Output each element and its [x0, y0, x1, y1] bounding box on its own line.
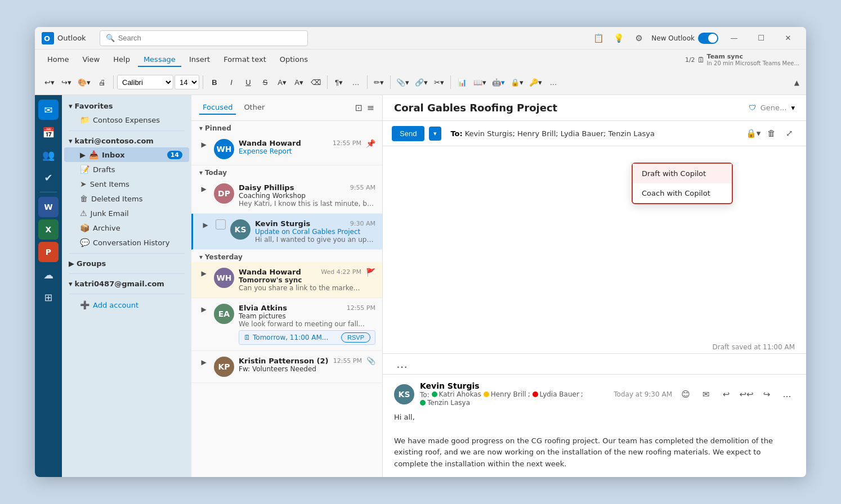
rsvp-button[interactable]: RSVP	[341, 332, 370, 343]
tab-help[interactable]: Help	[108, 53, 136, 67]
sidebar-item-inbox[interactable]: ▶ 📥 Inbox 14	[64, 147, 189, 162]
sensitivity-button[interactable]: 🔒▾	[508, 73, 526, 91]
copilot-button[interactable]: 🤖▾	[490, 73, 507, 91]
encrypt-button[interactable]: 🔑▾	[527, 73, 544, 91]
attach-button[interactable]: 📎▾	[394, 73, 411, 91]
nav-onedrive[interactable]: ☁	[38, 264, 59, 285]
send-dropdown-button[interactable]: ▾	[429, 127, 441, 141]
bulb-icon[interactable]: 💡	[611, 30, 627, 46]
nav-grid[interactable]: ⊞	[38, 287, 59, 307]
nav-word[interactable]: W	[38, 197, 59, 217]
undo-button[interactable]: ↩▾	[42, 73, 57, 91]
redo-button[interactable]: ↪▾	[59, 73, 74, 91]
expand-kristin[interactable]: ▶	[198, 357, 209, 368]
search-input[interactable]	[118, 34, 302, 42]
tab-other[interactable]: Other	[240, 101, 268, 115]
reply-button[interactable]: ↩	[718, 386, 734, 402]
tab-format-text[interactable]: Format text	[218, 53, 272, 67]
delete-draft-button[interactable]: 🗑	[763, 125, 779, 141]
sidebar-item-archive[interactable]: 📦 Archive	[64, 220, 189, 235]
email-item-wanda2[interactable]: ▶ WH Wanda Howard Wed 4:22 PM Tomorrow's…	[191, 262, 382, 298]
minimize-button[interactable]: —	[723, 30, 745, 47]
strikethrough-button[interactable]: S	[257, 73, 273, 91]
nav-excel[interactable]: X	[38, 219, 59, 240]
clipboard-icon[interactable]: 📋	[591, 30, 606, 46]
font-color-button[interactable]: A▾	[274, 73, 290, 91]
expand-elvia[interactable]: ▶	[198, 304, 209, 315]
nav-mail[interactable]: ✉	[38, 100, 59, 120]
nav-powerpoint[interactable]: P	[38, 242, 59, 262]
sidebar-item-junk[interactable]: ⚠ Junk Email	[64, 206, 189, 220]
maximize-button[interactable]: ☐	[750, 30, 772, 47]
expand-wanda2[interactable]: ▶	[198, 268, 209, 279]
sidebar-item-contoso-expenses[interactable]: 📁 Contoso Expenses	[64, 112, 189, 127]
calendar-badge-elvia: 🗓 Tomorrow, 11:00 AM... RSVP	[239, 330, 375, 345]
pop-out-button[interactable]: ⤢	[781, 125, 797, 141]
copilot-coach-item[interactable]: Coach with Copilot	[633, 183, 732, 203]
font-size-select[interactable]: 14	[175, 75, 199, 89]
paragraph-button[interactable]: ¶▾	[331, 73, 347, 91]
more-options-compose[interactable]: …	[394, 356, 410, 372]
expand-kevin[interactable]: ▶	[200, 219, 211, 231]
sidebar-item-add-account[interactable]: ➕ Add account	[64, 298, 189, 312]
expand-wanda1[interactable]: ▶	[198, 139, 209, 150]
more-options-button[interactable]: …	[545, 73, 561, 91]
send-button[interactable]: Send	[392, 126, 424, 141]
email-item-kristin[interactable]: ▶ KP Kristin Patternson (2) 12:55 PM Fw:…	[191, 351, 382, 383]
tab-options[interactable]: Options	[274, 53, 314, 67]
email-item-elvia[interactable]: ▶ EA Elvia Atkins 12:55 PM Team pictures…	[191, 298, 382, 351]
tab-focused[interactable]: Focused	[199, 101, 236, 115]
new-outlook-toggle[interactable]	[698, 33, 718, 44]
email-item-wanda1[interactable]: ▶ WH Wanda Howard 12:55 PM Expense Repor…	[191, 133, 382, 165]
format-painter-button[interactable]: 🎨▾	[75, 73, 93, 91]
nav-calendar[interactable]: 📅	[38, 122, 59, 142]
compose-body[interactable]	[394, 152, 493, 242]
sidebar-item-drafts[interactable]: 📝 Drafts	[64, 162, 189, 177]
reply-all-button[interactable]: ↩↩	[739, 386, 754, 402]
tab-message[interactable]: Message	[138, 53, 181, 67]
account2-header[interactable]: ▾ katri0487@gmail.com	[62, 277, 191, 290]
email-item-kevin[interactable]: ▶ KS Kevin Sturgis 9:30 AM Update on Cor…	[191, 214, 382, 250]
sidebar-item-sent[interactable]: ➤ Sent Items	[64, 177, 189, 191]
forward-button[interactable]: ✉	[698, 386, 714, 402]
forward-msg-button[interactable]: ↪	[759, 386, 775, 402]
underline-button[interactable]: U	[240, 73, 256, 91]
checkbox-kevin[interactable]	[216, 219, 226, 230]
italic-button[interactable]: I	[223, 73, 239, 91]
security-toggle[interactable]: 🔒▾	[745, 125, 761, 141]
emoji-button[interactable]: 😊	[678, 386, 694, 402]
tab-insert[interactable]: Insert	[184, 53, 216, 67]
nav-tasks[interactable]: ✔	[38, 167, 59, 187]
account1-header[interactable]: ▾ katri@contoso.com	[62, 134, 191, 147]
highlight-button[interactable]: A▾	[291, 73, 307, 91]
close-button[interactable]: ✕	[777, 30, 799, 47]
immersive-reader-button[interactable]: 📖▾	[471, 73, 489, 91]
today-section-label: ▾ Today	[191, 165, 382, 178]
settings-icon[interactable]: ⚙	[631, 30, 647, 46]
filter-icon[interactable]: ⊡	[355, 102, 362, 113]
font-select[interactable]: Calibri	[117, 75, 173, 89]
more-thread-button[interactable]: …	[779, 386, 795, 402]
bold-button[interactable]: B	[207, 73, 222, 91]
sidebar-item-conversation-history[interactable]: 💬 Conversation History	[64, 235, 189, 250]
clear-format-button[interactable]: ⌫	[308, 73, 324, 91]
tab-home[interactable]: Home	[42, 53, 74, 67]
expand-daisy[interactable]: ▶	[198, 183, 209, 195]
expand-icon[interactable]: ▾	[791, 104, 795, 112]
email-item-daisy[interactable]: ▶ DP Daisy Phillips 9:55 AM Coaching Wor…	[191, 178, 382, 214]
signature-button[interactable]: ✂▾	[431, 73, 447, 91]
sidebar-item-deleted[interactable]: 🗑 Deleted Items	[64, 191, 189, 206]
sort-icon[interactable]: ≡	[367, 102, 374, 113]
draw-button[interactable]: ✏▾	[371, 73, 387, 91]
link-button[interactable]: 🔗▾	[413, 73, 430, 91]
copilot-draft-item[interactable]: Draft with Copilot	[633, 164, 732, 183]
tab-view[interactable]: View	[77, 53, 105, 67]
ribbon-collapse[interactable]: ▲	[794, 78, 799, 87]
more-format-button[interactable]: …	[348, 73, 364, 91]
groups-header[interactable]: ▶ Groups	[62, 257, 191, 270]
print-button[interactable]: 🖨	[94, 73, 110, 91]
new-outlook-label: New Outlook	[651, 34, 695, 42]
favorites-header[interactable]: ▾ Favorites	[62, 100, 191, 112]
nav-people[interactable]: 👥	[38, 145, 59, 165]
chart-button[interactable]: 📊	[454, 73, 470, 91]
